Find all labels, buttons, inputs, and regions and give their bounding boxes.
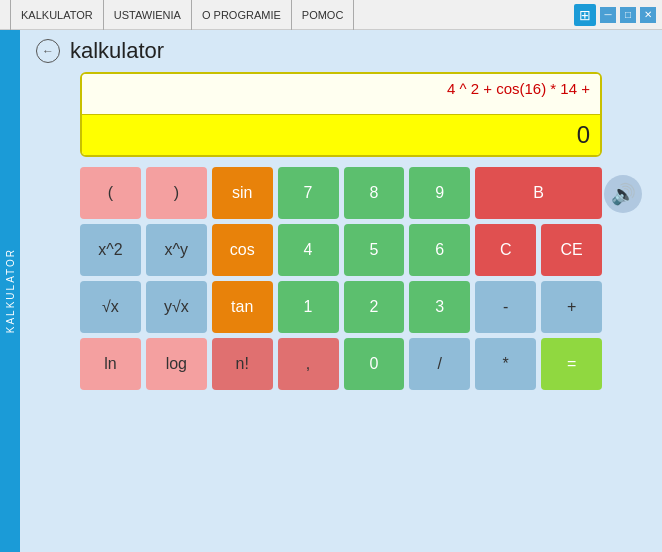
menu-pomoc[interactable]: POMOC	[292, 0, 355, 30]
result-display: 0	[82, 114, 600, 155]
key-4[interactable]: 4	[278, 224, 339, 276]
window-controls: ⊞ ─ □ ✕	[574, 4, 662, 26]
expression-display: 4 ^ 2 + cos(16) * 14 +	[82, 74, 600, 114]
key-_[interactable]: (	[80, 167, 141, 219]
sound-button-wrap: 🔊	[604, 175, 642, 213]
key-_[interactable]: *	[475, 338, 536, 390]
sound-button[interactable]: 🔊	[604, 175, 642, 213]
key-5[interactable]: 5	[344, 224, 405, 276]
key-_[interactable]: /	[409, 338, 470, 390]
menu-ustawienia[interactable]: USTAWIENIA	[104, 0, 192, 30]
key-8[interactable]: 8	[344, 167, 405, 219]
key-_[interactable]: )	[146, 167, 207, 219]
back-button[interactable]: ←	[36, 39, 60, 63]
key-9[interactable]: 9	[409, 167, 470, 219]
key-y_x[interactable]: y√x	[146, 281, 207, 333]
key-log[interactable]: log	[146, 338, 207, 390]
key-sin[interactable]: sin	[212, 167, 273, 219]
key-CE[interactable]: CE	[541, 224, 602, 276]
key-3[interactable]: 3	[409, 281, 470, 333]
display: 4 ^ 2 + cos(16) * 14 + 0	[80, 72, 602, 157]
key-n_[interactable]: n!	[212, 338, 273, 390]
menu-kalkulator[interactable]: KALKULATOR	[10, 0, 104, 30]
key-_x[interactable]: √x	[80, 281, 141, 333]
title-bar: KALKULATOR USTAWIENIA O PROGRAMIE POMOC …	[0, 0, 662, 30]
key-6[interactable]: 6	[409, 224, 470, 276]
app-header: ← kalkulator	[20, 30, 662, 68]
sidebar: KALKULATOR	[0, 30, 20, 552]
minimize-button[interactable]: ─	[600, 7, 616, 23]
key-_[interactable]: =	[541, 338, 602, 390]
key-_[interactable]: -	[475, 281, 536, 333]
sidebar-label: KALKULATOR	[5, 248, 16, 333]
key-B[interactable]: B	[475, 167, 602, 219]
restore-button[interactable]: □	[620, 7, 636, 23]
key-2[interactable]: 2	[344, 281, 405, 333]
keypad: ()sin789Bx^2x^ycos456CCE√xy√xtan123-+lnl…	[80, 167, 602, 390]
key-C[interactable]: C	[475, 224, 536, 276]
close-button[interactable]: ✕	[640, 7, 656, 23]
key-7[interactable]: 7	[278, 167, 339, 219]
key-_[interactable]: +	[541, 281, 602, 333]
key-tan[interactable]: tan	[212, 281, 273, 333]
key-ln[interactable]: ln	[80, 338, 141, 390]
key-0[interactable]: 0	[344, 338, 405, 390]
key-1[interactable]: 1	[278, 281, 339, 333]
key-_[interactable]: ,	[278, 338, 339, 390]
key-x_y[interactable]: x^y	[146, 224, 207, 276]
menu-bar: KALKULATOR USTAWIENIA O PROGRAMIE POMOC	[0, 0, 354, 30]
page-title: kalkulator	[70, 38, 164, 64]
menu-oprogramie[interactable]: O PROGRAMIE	[192, 0, 292, 30]
main-content: ← kalkulator 4 ^ 2 + cos(16) * 14 + 0 🔊 …	[20, 30, 662, 552]
calculator-area: 4 ^ 2 + cos(16) * 14 + 0	[80, 72, 602, 157]
key-cos[interactable]: cos	[212, 224, 273, 276]
key-x_2[interactable]: x^2	[80, 224, 141, 276]
app-icon-button[interactable]: ⊞	[574, 4, 596, 26]
